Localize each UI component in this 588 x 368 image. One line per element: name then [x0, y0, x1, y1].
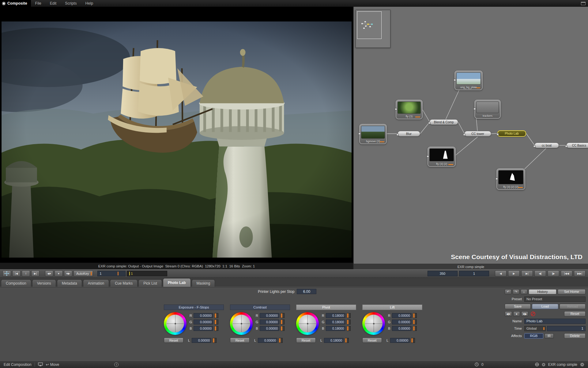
value-slider[interactable]: [347, 313, 351, 318]
value-slider[interactable]: [214, 326, 218, 331]
menu-file[interactable]: File: [31, 0, 46, 7]
node-port[interactable]: [565, 145, 567, 148]
history-button[interactable]: History: [529, 289, 556, 294]
value-slider[interactable]: [281, 313, 285, 318]
reset-button[interactable]: Reset: [296, 338, 316, 343]
disable-icon[interactable]: [531, 312, 535, 316]
node-graph-pane[interactable]: orig_bg_plate fly (3) trackers bgmove (2…: [353, 7, 588, 269]
tab-versions[interactable]: Versions: [32, 279, 56, 287]
color-wheel[interactable]: [164, 312, 187, 335]
value-field-g[interactable]: 0.18000: [326, 320, 345, 324]
time-frame-field[interactable]: 1: [547, 326, 586, 331]
value-field-g[interactable]: 0.00000: [194, 320, 213, 324]
group-title[interactable]: Pivot: [296, 305, 356, 310]
active-tool-indicator[interactable]: ↩ Move: [46, 362, 59, 367]
affects-rgb-button[interactable]: RGB: [524, 333, 543, 339]
time-mode-field[interactable]: Global: [524, 326, 546, 331]
value-slider[interactable]: [347, 320, 351, 324]
globe-icon[interactable]: [535, 362, 539, 366]
value-field-l[interactable]: 0.00000: [192, 338, 211, 343]
delete-button[interactable]: Delete: [564, 333, 586, 339]
value-slider[interactable]: [213, 338, 217, 343]
node-port[interactable]: [395, 108, 397, 110]
duration-field[interactable]: 350: [428, 271, 458, 276]
color-wheel[interactable]: [296, 312, 319, 335]
color-wheel[interactable]: [362, 312, 385, 335]
group-title[interactable]: Exposure - F-Stops: [164, 305, 224, 310]
value-field-r[interactable]: 0.00000: [260, 313, 279, 318]
tab-composition[interactable]: Composition: [1, 279, 31, 287]
node-trackers[interactable]: trackers: [474, 100, 501, 119]
redo-icon[interactable]: ↷: [513, 289, 519, 294]
value-field-b[interactable]: 0.18000: [326, 326, 345, 331]
value-slider[interactable]: [347, 326, 351, 331]
play-reverse-button[interactable]: ◀: [495, 270, 507, 277]
value-slider[interactable]: [214, 313, 218, 318]
prev-key-button[interactable]: ◀●: [505, 311, 512, 316]
viewer-pane[interactable]: EXR comp simple: Output - Output Image S…: [0, 7, 353, 269]
value-slider[interactable]: [413, 313, 417, 318]
value-field-l[interactable]: 0.18000: [324, 338, 344, 343]
value-field-r[interactable]: 0.00000: [392, 313, 412, 318]
value-field-l[interactable]: 0.00000: [258, 338, 277, 343]
node-port[interactable]: [454, 79, 456, 81]
node-fly-3-2-2[interactable]: fly (3) (2) (2): [496, 168, 525, 190]
play-button[interactable]: ▶: [508, 270, 520, 277]
in-point-button[interactable]: I: [22, 270, 30, 277]
printer-lights-field[interactable]: 6.00: [297, 289, 316, 294]
node-fly-3[interactable]: fly (3): [396, 100, 423, 119]
node-port[interactable]: [496, 178, 498, 180]
name-field[interactable]: Photo Lab: [524, 319, 586, 324]
gear-icon[interactable]: [580, 362, 584, 367]
menu-help[interactable]: Help: [81, 0, 98, 7]
go-to-end-button[interactable]: ▶|: [31, 270, 40, 277]
node-bgmove-2[interactable]: bgmove (2): [359, 124, 387, 144]
node-cc-basics[interactable]: CC Basics: [566, 143, 588, 148]
go-last-frame-button[interactable]: ▶▶|: [574, 270, 586, 277]
value-field-b[interactable]: 0.00000: [194, 326, 213, 331]
reset-button[interactable]: Reset: [164, 338, 183, 343]
value-field-b[interactable]: 0.00000: [260, 326, 279, 331]
node-port[interactable]: [358, 132, 361, 135]
timeline-scrub-field[interactable]: 1: [127, 271, 167, 276]
tab-pick-list[interactable]: Pick List: [138, 279, 162, 287]
tab-metadata[interactable]: Metadata: [57, 279, 82, 287]
home-icon[interactable]: ⌂: [521, 289, 527, 294]
set-key-button[interactable]: ●: [513, 311, 520, 316]
minimap-view-rect[interactable]: [357, 11, 382, 39]
value-slider[interactable]: [413, 320, 417, 324]
step-field[interactable]: 1: [459, 271, 489, 276]
play-once-button[interactable]: ▶|: [521, 270, 533, 277]
value-field-r[interactable]: 0.00000: [194, 313, 213, 318]
current-frame-field[interactable]: 1: [97, 271, 126, 276]
node-blur[interactable]: Blur: [398, 131, 420, 136]
node-cc-tower[interactable]: CC tower: [464, 131, 491, 136]
value-field-g[interactable]: 0.00000: [260, 320, 279, 324]
value-slider[interactable]: [279, 338, 283, 343]
reload-button[interactable]: Reload: [560, 304, 586, 309]
menu-scripts[interactable]: Scripts: [61, 0, 81, 7]
pan-tool-button[interactable]: [2, 270, 11, 277]
set-home-button[interactable]: Set Home: [558, 289, 586, 294]
color-wheel[interactable]: [230, 312, 253, 335]
node-port[interactable]: [473, 108, 476, 110]
node-port[interactable]: [463, 133, 466, 136]
tab-photo-lab[interactable]: Photo Lab: [163, 278, 191, 287]
info-icon[interactable]: i: [114, 362, 119, 367]
autokey-button[interactable]: AutoKey: [74, 270, 93, 277]
load-button[interactable]: Load: [532, 304, 558, 309]
tab-animation[interactable]: Animation: [83, 279, 109, 287]
value-slider[interactable]: [345, 338, 349, 343]
next-key-button[interactable]: ●▶: [64, 270, 72, 277]
value-slider[interactable]: [281, 326, 285, 331]
menu-edit[interactable]: Edit: [46, 0, 61, 7]
step-forward-button[interactable]: |▶: [548, 270, 559, 277]
reset-button[interactable]: Reset: [362, 338, 382, 343]
node-port[interactable]: [496, 133, 499, 136]
step-back-button[interactable]: ◀|: [534, 270, 546, 277]
value-field-b[interactable]: 0.00000: [392, 326, 412, 331]
tab-masking[interactable]: Masking: [192, 279, 215, 287]
node-cc-boat[interactable]: cc boat: [534, 143, 559, 148]
window-controls-icon[interactable]: [581, 2, 586, 5]
value-field-l[interactable]: 0.00000: [390, 338, 410, 343]
